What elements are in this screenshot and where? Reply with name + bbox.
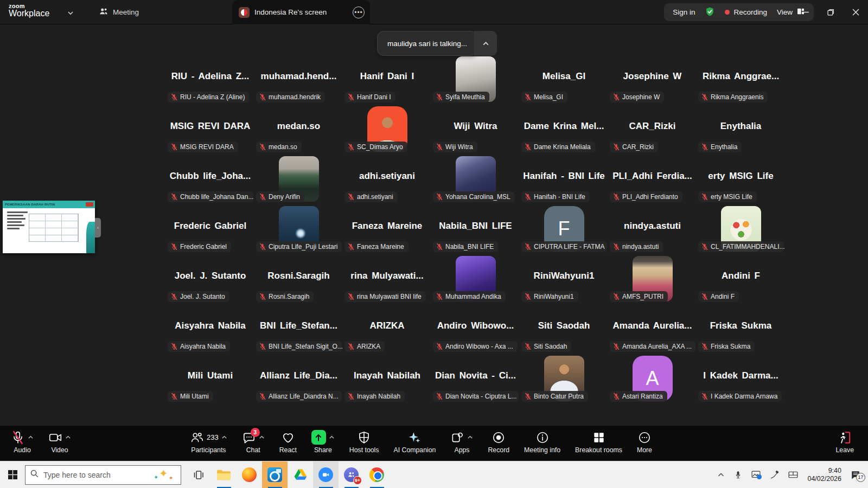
participant-tile[interactable]: FCIPUTRA LIFE - FATMA bbox=[520, 204, 608, 254]
tab-screen-share[interactable]: Indonesia Re's screen ••• bbox=[232, 0, 370, 24]
toast-collapse-button[interactable] bbox=[474, 31, 497, 56]
participant-tile[interactable]: muhamad.hend...muhamad.hendrik bbox=[254, 54, 343, 104]
taskbar-app-google-drive[interactable] bbox=[288, 461, 313, 488]
toolbar-host-tools-button[interactable]: Host tools bbox=[349, 429, 379, 454]
participant-tile[interactable]: Frederic GabrielFrederic Gabriel bbox=[166, 204, 254, 254]
toolbar-more-button[interactable]: More bbox=[637, 429, 652, 454]
participant-tile[interactable]: MSIG REVI DARAMSIG REVI DARA bbox=[166, 104, 254, 154]
toolbar-audio-button[interactable]: Audio bbox=[11, 429, 34, 454]
toolbar-apps-button[interactable]: Apps bbox=[450, 429, 473, 454]
security-shield-icon[interactable] bbox=[705, 7, 715, 18]
participant-tile[interactable]: Dame Krina Mel...Dame Krina Meliala bbox=[520, 104, 608, 154]
participant-tile[interactable]: Rikma Anggrae...Rikma Anggraenis bbox=[697, 54, 785, 104]
participant-tile[interactable]: Aisyahra NabilaAisyahra Nabila bbox=[166, 304, 254, 354]
participant-tile[interactable]: Joel. J. SutantoJoel. J. Sutanto bbox=[166, 254, 254, 304]
chevron-up-icon[interactable] bbox=[65, 434, 71, 440]
taskbar-app-firefox[interactable] bbox=[237, 461, 262, 488]
participant-tile[interactable]: Andini FAndini F bbox=[697, 254, 785, 304]
participant-tile[interactable]: Melisa_GIMelisa_GI bbox=[520, 54, 608, 104]
toolbar-record-button[interactable]: Record bbox=[488, 429, 509, 454]
participant-tile[interactable]: Siti SaodahSiti Saodah bbox=[520, 304, 608, 354]
participant-tile[interactable]: ARIZKAARIZKA bbox=[343, 304, 431, 354]
preview-collapse-handle[interactable]: ‹ bbox=[95, 218, 101, 237]
participant-tile[interactable]: CL_FATIMMAHDENALI... bbox=[697, 204, 785, 254]
toolbar-react-button[interactable]: React bbox=[279, 429, 297, 454]
participant-tile[interactable]: nindya.astutinindya.astuti bbox=[608, 204, 697, 254]
participant-tile[interactable]: BNI Life_Stefan...BNI Life_Stefan Sigit_… bbox=[254, 304, 343, 354]
taskbar-app-outlook[interactable] bbox=[262, 461, 288, 488]
participant-tile[interactable]: Hanif Dani IHanif Dani I bbox=[343, 54, 431, 104]
participant-tile[interactable]: Rosni.SaragihRosni.Saragih bbox=[254, 254, 343, 304]
taskbar-search[interactable]: ✦✦✦ bbox=[25, 465, 181, 485]
participant-tile[interactable]: Deny Arifin bbox=[254, 154, 343, 204]
taskbar-app-zoom[interactable] bbox=[313, 461, 339, 488]
participant-tile[interactable]: Andiro Wibowo...Andiro Wibowo - Axa ... bbox=[431, 304, 520, 354]
chevron-up-icon[interactable] bbox=[221, 434, 227, 440]
participant-tile[interactable]: Amanda Aurelia...Amanda Aurelia_AXA ... bbox=[608, 304, 697, 354]
taskbar-app-file-explorer[interactable] bbox=[211, 461, 237, 488]
sign-in-button[interactable]: Sign in bbox=[673, 8, 695, 16]
participant-tile[interactable]: Wiji WitraWiji Witra bbox=[431, 104, 520, 154]
participant-tile[interactable]: Allianz Life_Dia...Allianz Life_Diandra … bbox=[254, 354, 343, 403]
recording-indicator[interactable]: Recording bbox=[725, 8, 767, 16]
participant-tile[interactable]: Faneza MareineFaneza Mareine bbox=[343, 204, 431, 254]
taskbar-clock[interactable]: 9:40 04/02/2026 bbox=[807, 467, 841, 483]
tab-meeting[interactable]: Meeting bbox=[93, 0, 144, 24]
tray-expand-chevron-icon[interactable] bbox=[717, 471, 725, 479]
participant-tile[interactable]: Josephine WJosephine W bbox=[608, 54, 697, 104]
toolbar-video-button[interactable]: Video bbox=[48, 429, 71, 454]
toolbar-share-button[interactable]: Share bbox=[311, 429, 335, 454]
participant-tile[interactable]: Muhammad Andika bbox=[431, 254, 520, 304]
taskbar-app-task-view[interactable] bbox=[186, 461, 211, 488]
tray-microphone-icon[interactable] bbox=[734, 470, 742, 479]
participant-tile[interactable]: Mili UtamiMili Utami bbox=[166, 354, 254, 403]
restore-button[interactable] bbox=[818, 0, 843, 24]
participant-tile[interactable]: rina Mulyawati...rina Mulyawati BNI life bbox=[343, 254, 431, 304]
action-center-icon[interactable]: 17 bbox=[851, 470, 860, 480]
tray-pen-icon[interactable] bbox=[770, 470, 779, 479]
participant-tile[interactable]: I Kadek Darma...I Kadek Darma Arnawa bbox=[697, 354, 785, 403]
toolbar-leave-button[interactable]: Leave bbox=[835, 429, 854, 454]
participant-tile[interactable]: RiniWahyuni1RiniWahyuni1 bbox=[520, 254, 608, 304]
toolbar-meeting-info-button[interactable]: Meeting info bbox=[524, 429, 560, 454]
chevron-up-icon[interactable] bbox=[467, 434, 473, 440]
toolbar-ai-companion-button[interactable]: AI Companion bbox=[394, 429, 436, 454]
participant-tile[interactable]: RIU - Adelina Z...RIU - Adelina Z (Aline… bbox=[166, 54, 254, 104]
search-input[interactable] bbox=[43, 471, 148, 479]
toolbar-chat-button[interactable]: 3Chat bbox=[242, 429, 265, 454]
toolbar-breakout-rooms-button[interactable]: Breakout rooms bbox=[575, 429, 622, 454]
taskbar-app-teams[interactable]: 9+ bbox=[339, 461, 364, 488]
close-button[interactable] bbox=[843, 0, 868, 24]
participant-tile[interactable]: AMFS_PUTRI bbox=[608, 254, 697, 304]
participant-tile[interactable]: Hanifah - BNI LifeHanifah - BNI Life bbox=[520, 154, 608, 204]
participant-tile[interactable]: AAstari Rantiza bbox=[608, 354, 697, 403]
participant-tile[interactable]: Friska SukmaFriska Sukma bbox=[697, 304, 785, 354]
participant-tile[interactable]: SC_Dimas Aryo bbox=[343, 104, 431, 154]
tray-photos-icon[interactable] bbox=[751, 471, 761, 479]
tray-touch-keyboard-icon[interactable] bbox=[788, 471, 798, 479]
tab-options-ellipsis-icon[interactable]: ••• bbox=[353, 7, 365, 18]
chevron-up-icon[interactable] bbox=[28, 434, 34, 440]
screen-share-preview[interactable]: PEMERIKSAAN DARAH RUTIN ‹ bbox=[3, 201, 95, 253]
participant-tile[interactable]: EnythaliaEnythalia bbox=[697, 104, 785, 154]
participant-tile[interactable]: PLI_Adhi Ferdia...PLI_Adhi Ferdianto bbox=[608, 154, 697, 204]
participant-tile[interactable]: medan.somedan.so bbox=[254, 104, 343, 154]
participant-tile[interactable]: Ciputra Life_Puji Lestari bbox=[254, 204, 343, 254]
participant-tile[interactable]: Nabila_BNI LIFENabila_BNI LIFE bbox=[431, 204, 520, 254]
chevron-up-icon[interactable] bbox=[259, 434, 265, 440]
participant-tile[interactable]: Dian Novita - Ci...Dian Novita - Ciputra… bbox=[431, 354, 520, 403]
taskbar-app-chrome[interactable] bbox=[364, 461, 390, 488]
participant-tile[interactable]: erty MSIG Lifeerty MSIG Life bbox=[697, 154, 785, 204]
workspace-chevron-down-icon[interactable] bbox=[67, 9, 74, 18]
participant-tile[interactable]: Yohana Carolina_MSL bbox=[431, 154, 520, 204]
start-button[interactable] bbox=[0, 461, 25, 488]
participant-tile[interactable]: Inayah NabilahInayah Nabilah bbox=[343, 354, 431, 403]
participant-tile[interactable]: Chubb life_Joha...Chubb life_Johana Dan.… bbox=[166, 154, 254, 204]
toolbar-participants-button[interactable]: 233Participants bbox=[190, 429, 227, 454]
participant-tile[interactable]: CAR_RizkiCAR_Rizki bbox=[608, 104, 697, 154]
participant-tile[interactable]: Binto Catur Putra bbox=[520, 354, 608, 403]
minimize-button[interactable] bbox=[793, 0, 818, 24]
chevron-up-icon[interactable] bbox=[329, 434, 335, 440]
participant-tile[interactable]: Syifa Meuthia bbox=[431, 54, 520, 104]
participant-tile[interactable]: adhi.setiyaniadhi.setiyani bbox=[343, 154, 431, 204]
